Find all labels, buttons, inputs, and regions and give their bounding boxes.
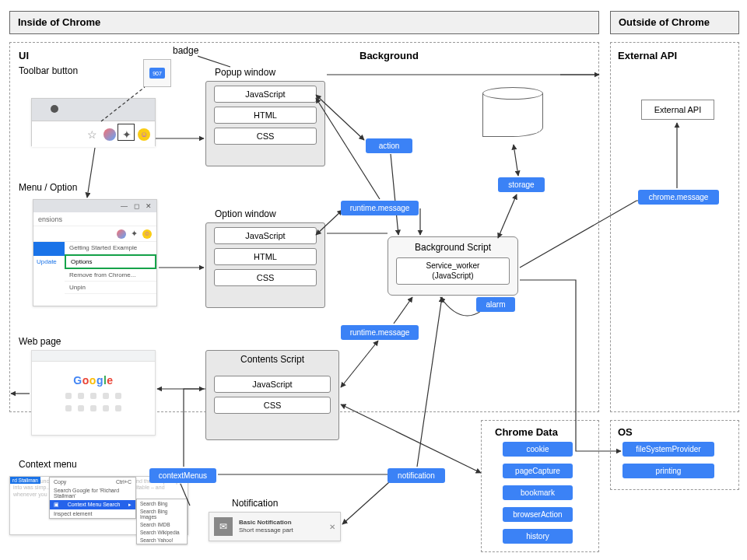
- outside-chrome-header: Outside of Chrome: [610, 11, 739, 34]
- option-css: CSS: [214, 269, 317, 286]
- inside-chrome-header: Inside of Chrome: [9, 11, 599, 34]
- data-cylinder: [482, 93, 543, 143]
- external-api-region: [610, 42, 739, 412]
- svg-line-21: [341, 404, 481, 473]
- chip-runtime-message-2: runtime.message: [341, 325, 419, 340]
- extension-icon: [103, 128, 116, 141]
- option-js: JavaScript: [214, 227, 317, 244]
- chip-browseraction: browserAction: [503, 507, 573, 522]
- web-page-thumbnail: Google: [31, 350, 156, 436]
- notification-label: Notification: [232, 498, 278, 509]
- outside-chrome-label: Outside of Chrome: [619, 16, 710, 28]
- background-title: Background: [359, 50, 419, 61]
- contents-css: CSS: [214, 397, 331, 414]
- popup-window-label: Popup window: [215, 67, 275, 78]
- chip-runtime-message-1: runtime.message: [341, 201, 419, 215]
- menu-option-thumbnail: —◻✕ ensions ✦ ☺ Update Getting Started E…: [33, 199, 157, 306]
- badge-label: badge: [173, 45, 198, 56]
- chip-printing: printing: [622, 464, 714, 478]
- external-api-box: External API: [641, 100, 714, 120]
- background-script-title: Background Script: [388, 237, 517, 254]
- menu-option-label: Menu / Option: [19, 182, 77, 193]
- popup-css: CSS: [214, 128, 317, 145]
- chip-filesystemprovider: fileSystemProvider: [622, 442, 714, 457]
- popup-html: HTML: [214, 107, 317, 124]
- chip-bookmark: bookmark: [503, 485, 573, 500]
- chip-alarm: alarm: [476, 297, 515, 312]
- chip-history: history: [503, 529, 573, 544]
- badge-thumbnail: 907: [143, 59, 171, 87]
- options-highlight: Options: [65, 254, 156, 269]
- chip-chrome-message: chrome.message: [638, 190, 719, 205]
- chrome-data-title: Chrome Data: [495, 426, 558, 438]
- ui-title: UI: [19, 50, 29, 61]
- option-html: HTML: [214, 248, 317, 265]
- popup-window-box: JavaScript HTML CSS: [205, 81, 325, 166]
- notification-thumbnail: ✉ Basic NotificationShort message part ✕: [209, 512, 341, 541]
- chip-storage: storage: [498, 177, 545, 192]
- toolbar-button-label: Toolbar button: [19, 65, 78, 76]
- chip-cookie: cookie: [503, 442, 573, 457]
- svg-line-23: [342, 482, 389, 524]
- close-icon: ✕: [329, 523, 335, 531]
- web-page-label: Web page: [19, 336, 61, 347]
- external-api-title: External API: [618, 50, 677, 61]
- service-worker-box: Service_worker(JavaScript): [396, 257, 510, 285]
- mail-icon: ✉: [214, 517, 233, 536]
- os-title: OS: [618, 426, 633, 438]
- toolbar-thumbnail: ☆ ✦ ☺: [31, 98, 156, 146]
- context-menu-submenu: Search Bing Search Bing Images Search IM…: [136, 499, 188, 544]
- chip-action: action: [366, 138, 412, 153]
- google-logo: Google: [73, 374, 113, 387]
- chip-pagecapture: pageCapture: [503, 464, 573, 478]
- toolbar-selection-box: [117, 124, 135, 141]
- star-icon: ☆: [87, 128, 97, 141]
- badge-icon: 907: [149, 68, 165, 79]
- option-window-box: JavaScript HTML CSS: [205, 222, 325, 308]
- context-menu-label: Context menu: [19, 459, 77, 470]
- popup-js: JavaScript: [214, 86, 317, 103]
- contents-script-title: Contents Script: [206, 351, 338, 368]
- contents-script-box: Contents Script JavaScript CSS: [205, 350, 339, 440]
- context-menu-primary: CopyCtrl+C Search Google for 'Richard St…: [49, 477, 136, 519]
- chip-contextmenus: contextMenus: [149, 468, 216, 483]
- option-window-label: Option window: [215, 208, 276, 219]
- chip-notification: notification: [388, 468, 445, 483]
- background-script-box: Background Script Service_worker(JavaScr…: [388, 236, 518, 296]
- context-menu-thumbnail: Stallman launched the Free Software Foun…: [9, 476, 188, 535]
- contents-js: JavaScript: [214, 376, 331, 393]
- avatar-icon: ☺: [138, 128, 150, 141]
- inside-chrome-label: Inside of Chrome: [18, 16, 100, 28]
